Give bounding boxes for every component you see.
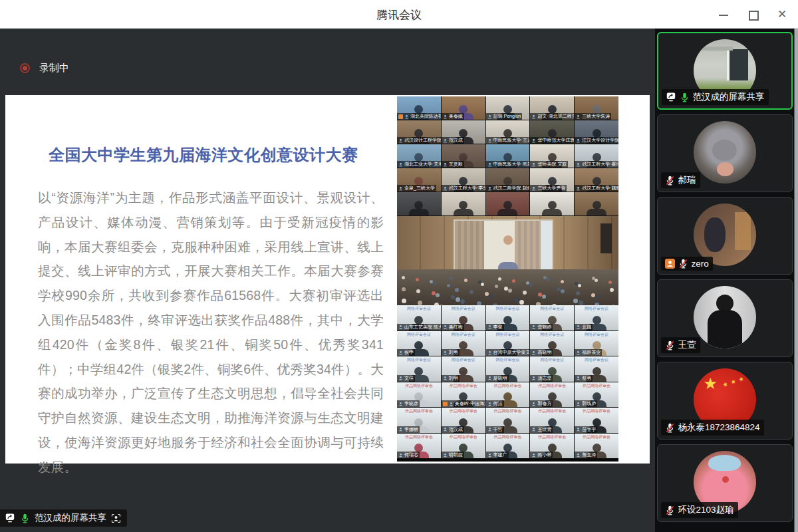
video-wall-bottom-strip bbox=[397, 459, 618, 462]
wall-tile-name: 李晓彦 bbox=[404, 400, 418, 407]
participant-avatar bbox=[694, 121, 756, 184]
tile-shade bbox=[486, 192, 530, 215]
participant-label: zero bbox=[661, 257, 713, 271]
wall-tile-name: 吴春娥 bbox=[449, 113, 463, 120]
wall-tile-label: 李建广 bbox=[486, 452, 509, 458]
wall-tile-label: 王灵毅 bbox=[442, 161, 464, 168]
minimize-icon[interactable] bbox=[718, 9, 729, 20]
wall-tile-name: 文佳 bbox=[404, 375, 414, 382]
audience-head bbox=[523, 291, 527, 295]
person-icon bbox=[531, 114, 536, 119]
maximize-icon[interactable] bbox=[747, 9, 758, 20]
wall-tile-name: 华师美院 艾双 bbox=[537, 161, 567, 168]
mic-muted-icon bbox=[665, 505, 675, 515]
wall-tile: 网络评审会议福群茶业 bbox=[575, 331, 618, 356]
participant-label: 杨永泰18723864824 bbox=[661, 420, 764, 436]
audience-head bbox=[402, 276, 405, 279]
wall-tile-label: 侯申 bbox=[397, 349, 415, 356]
tile-backdrop-text: 网络评审会议 bbox=[442, 357, 485, 362]
wall-tile-name: 王绶青 bbox=[537, 426, 551, 433]
tile-backdrop-text: 网络评审会议 bbox=[486, 306, 530, 311]
participant-tile-2[interactable]: 郝瑞 bbox=[657, 114, 793, 192]
participant-tile-6[interactable]: 环设2103赵瑜 bbox=[657, 444, 793, 522]
wall-tile-label: 郭线庐 bbox=[575, 400, 597, 407]
tile-backdrop-text: 网络评审会议 bbox=[397, 357, 441, 362]
wall-tile-name: 何瑞芯 bbox=[404, 452, 418, 458]
person-icon bbox=[398, 162, 403, 167]
wall-tile-name: 三峡大学朱涛 bbox=[582, 113, 610, 120]
shared-screen-content: 全国大中学生第九届海洋文化创意设计大赛 以“资源海洋”为主题，作品形式涵盖平面设… bbox=[5, 95, 650, 464]
audience-head bbox=[608, 281, 612, 284]
wall-tile-name: 刘勇 bbox=[449, 349, 458, 356]
wall-tile-name: 胡朝霞 bbox=[449, 452, 463, 458]
wall-tile bbox=[486, 192, 530, 215]
close-icon[interactable]: ✕ bbox=[777, 9, 787, 20]
slide-body: 以“资源海洋”为主题，作品形式涵盖平面设计、景观设计、产品设计、媒体动漫、营销策… bbox=[38, 186, 384, 479]
participant-avatar bbox=[694, 286, 756, 348]
mic-on-icon bbox=[20, 513, 30, 523]
person-icon bbox=[487, 162, 492, 167]
wall-tile: 三峡大学尹青 bbox=[530, 168, 574, 192]
person-icon bbox=[443, 453, 448, 458]
wall-tile-name: 曾丽婷 bbox=[537, 324, 551, 331]
wall-tile-label: 台湾中原大学黄文宗 bbox=[486, 349, 530, 356]
recording-indicator[interactable]: 录制中 bbox=[20, 62, 69, 74]
wall-tile: 作品网络评审会郭线庐 bbox=[575, 382, 618, 408]
participant-tile-4[interactable]: 王萱 bbox=[657, 279, 793, 357]
audience-head bbox=[578, 284, 581, 287]
person-icon bbox=[398, 427, 403, 432]
audience-head bbox=[508, 289, 512, 293]
wall-tile: 王灵毅 bbox=[442, 144, 485, 168]
wall-tile-name: 刘明 bbox=[449, 375, 458, 382]
wall-tile-label: 詹圣泽 bbox=[575, 452, 597, 458]
sidebar-scrollbar[interactable] bbox=[794, 29, 798, 532]
wall-tile-name: 湖北美院陈达初 bbox=[410, 113, 441, 120]
wall-tile-label: 何瑞芯 bbox=[397, 452, 420, 458]
tile-backdrop-text: 作品网络评审会 bbox=[530, 383, 574, 388]
person-icon bbox=[398, 402, 403, 406]
wall-tile-label: 范汉成 bbox=[442, 137, 464, 144]
wall-tile-name: 郭春方 bbox=[537, 400, 551, 407]
audience-head bbox=[416, 289, 420, 293]
wall-tile-name: 范汉成 bbox=[449, 137, 463, 144]
tile-backdrop-text: 作品网络评审会 bbox=[486, 408, 530, 414]
wall-tile-label: 华中师范大学庄蓉 bbox=[530, 137, 574, 144]
wall-tile-label: 三峡大学尹青 bbox=[530, 185, 567, 192]
wall-tile bbox=[530, 192, 574, 215]
audience-head bbox=[529, 283, 533, 287]
wall-tile bbox=[397, 192, 441, 215]
participant-tile-5[interactable]: 杨永泰18723864824 bbox=[657, 362, 793, 440]
audience-head bbox=[519, 300, 524, 305]
tile-backdrop-text: 作品网络评审会 bbox=[442, 383, 485, 388]
person-icon bbox=[576, 114, 581, 119]
audience-head bbox=[561, 280, 564, 283]
person-icon bbox=[487, 402, 492, 406]
portrait-frame-icon bbox=[111, 513, 121, 523]
wall-tile: 作品网络评审会郭春方 bbox=[530, 382, 574, 408]
wall-tile: 网络评审会议刘勇 bbox=[442, 331, 485, 356]
participant-tile-1[interactable]: 范汉成的屏幕共享 bbox=[657, 32, 793, 110]
wall-tile-label: 彭璐 Penglun bbox=[486, 113, 523, 120]
recording-dot-icon bbox=[20, 63, 30, 73]
window-title: 腾讯会议 bbox=[0, 7, 798, 23]
wall-tile bbox=[442, 192, 485, 215]
mic-muted-icon bbox=[678, 259, 688, 269]
screen-share-banner[interactable]: 范汉成的屏幕共享 bbox=[0, 509, 127, 527]
wall-tile: 作品网络评审会李建广 bbox=[486, 434, 530, 459]
participants-sidebar: 范汉成的屏幕共享郝瑞zero王萱杨永泰18723864824环设2103赵瑜 bbox=[655, 29, 798, 532]
wall-tile: 华中师范大学庄蓉 bbox=[530, 120, 574, 144]
audience-head bbox=[504, 287, 508, 291]
wall-tile: 作品网络评审会何瑞芯 bbox=[397, 434, 441, 459]
person-icon bbox=[487, 350, 492, 355]
wall-tile-name: 李俊 bbox=[493, 324, 503, 331]
wall-tile: 网络评审会议北魏 bbox=[575, 305, 618, 331]
wall-tile: 网络评审会议刘明 bbox=[442, 356, 485, 382]
participant-tile-3[interactable]: zero bbox=[657, 197, 793, 275]
wall-tile-label: 夏晓明 bbox=[486, 375, 509, 382]
wall-tile-name: 千哲 bbox=[493, 426, 503, 433]
wall-tile: 武汉二商学院 赵煜 bbox=[486, 168, 530, 192]
audience-head bbox=[595, 279, 598, 282]
wall-tile-name: 湖北工业大学·关琳 bbox=[404, 161, 441, 168]
person-icon bbox=[576, 162, 581, 167]
wall-tile-name: 范汉成 bbox=[449, 426, 463, 433]
